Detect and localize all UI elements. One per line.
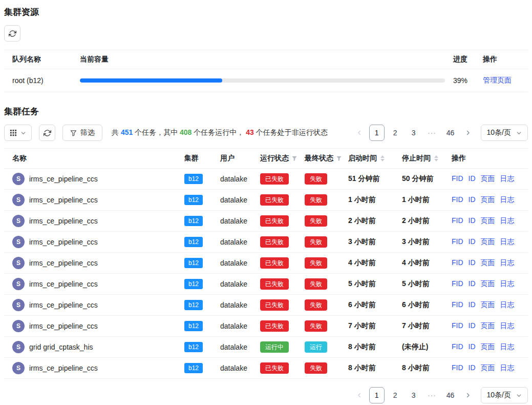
- row-actions: FIDID页面日志: [452, 195, 524, 205]
- action-link-id[interactable]: ID: [469, 174, 476, 184]
- manage-page-link[interactable]: 管理页面: [483, 76, 512, 84]
- tasks-refresh-button[interactable]: [39, 125, 55, 141]
- pagination-page-2[interactable]: 2: [388, 387, 403, 403]
- sort-icon[interactable]: [379, 154, 386, 163]
- action-link-page[interactable]: 页面: [481, 195, 495, 205]
- pagination-ellipsis[interactable]: ···: [424, 125, 440, 141]
- column-header[interactable]: 运行状态: [256, 149, 301, 169]
- row-actions: FIDID页面日志: [452, 237, 524, 247]
- action-link-page[interactable]: 页面: [481, 258, 495, 268]
- row-actions: FIDID页面日志: [452, 363, 524, 373]
- pagination-page-1[interactable]: 1: [369, 125, 385, 141]
- task-user: datalake: [216, 253, 256, 274]
- action-link-log[interactable]: 日志: [500, 342, 515, 352]
- action-link-page[interactable]: 页面: [481, 363, 495, 373]
- action-link-log[interactable]: 日志: [500, 258, 515, 268]
- task-user: datalake: [216, 274, 256, 295]
- action-link-fid[interactable]: FID: [452, 342, 463, 352]
- action-link-page[interactable]: 页面: [481, 237, 495, 247]
- cluster-resources-title: 集群资源: [4, 6, 528, 18]
- bottom-bar: 123···4610条/页: [4, 387, 528, 403]
- action-link-page[interactable]: 页面: [481, 279, 495, 289]
- action-link-fid[interactable]: FID: [452, 237, 463, 247]
- task-name: irms_ce_pipeline_ccs: [29, 280, 98, 288]
- action-link-fid[interactable]: FID: [452, 363, 463, 373]
- pagination-ellipsis[interactable]: ···: [424, 387, 440, 403]
- cluster-badge: b12: [184, 300, 203, 310]
- action-link-id[interactable]: ID: [469, 258, 476, 268]
- action-link-id[interactable]: ID: [469, 300, 476, 310]
- pagination-next[interactable]: [461, 387, 475, 403]
- run-status-badge: 已失败: [260, 173, 289, 185]
- row-actions: FIDID页面日志: [452, 216, 524, 226]
- action-link-log[interactable]: 日志: [500, 237, 515, 247]
- action-link-page[interactable]: 页面: [481, 216, 495, 226]
- pagination-page-46[interactable]: 46: [443, 125, 458, 141]
- action-link-fid[interactable]: FID: [452, 195, 463, 205]
- action-link-page[interactable]: 页面: [481, 300, 495, 310]
- pagination-prev[interactable]: [353, 125, 366, 141]
- action-link-log[interactable]: 日志: [500, 321, 515, 331]
- run-status-badge: 已失败: [260, 236, 289, 248]
- avatar: S: [12, 173, 25, 185]
- action-link-log[interactable]: 日志: [500, 279, 515, 289]
- task-count: 408: [180, 128, 191, 136]
- action-link-id[interactable]: ID: [469, 363, 476, 373]
- pagination-page-46[interactable]: 46: [443, 387, 458, 403]
- table-row: Sirms_ce_pipeline_ccsb12datalake已失败失败5 小…: [4, 274, 528, 295]
- task-name: grid grid_cptask_his: [29, 343, 93, 351]
- action-link-fid[interactable]: FID: [452, 321, 463, 331]
- page-size-select[interactable]: 10条/页: [481, 387, 528, 403]
- stop-time: 3 小时前: [398, 232, 448, 253]
- pagination-next[interactable]: [461, 125, 475, 141]
- column-label: 最终状态: [305, 154, 333, 163]
- action-link-fid[interactable]: FID: [452, 258, 463, 268]
- action-link-id[interactable]: ID: [469, 216, 476, 226]
- action-link-log[interactable]: 日志: [500, 216, 515, 226]
- resources-refresh-button[interactable]: [4, 25, 20, 42]
- action-link-id[interactable]: ID: [469, 279, 476, 289]
- pagination-page-3[interactable]: 3: [406, 387, 421, 403]
- stop-time: 7 小时前: [398, 316, 448, 337]
- action-link-id[interactable]: ID: [469, 195, 476, 205]
- column-header: 用户: [216, 149, 256, 169]
- pagination-page-2[interactable]: 2: [388, 125, 403, 141]
- action-link-log[interactable]: 日志: [500, 195, 515, 205]
- row-actions: FIDID页面日志: [452, 258, 524, 268]
- action-link-fid[interactable]: FID: [452, 279, 463, 289]
- filter-icon[interactable]: [291, 155, 297, 161]
- column-header[interactable]: 启动时间: [344, 149, 398, 169]
- pagination-page-3[interactable]: 3: [406, 125, 421, 141]
- avatar: S: [12, 278, 25, 290]
- avatar: S: [12, 341, 25, 353]
- column-header[interactable]: 停止时间: [398, 149, 448, 169]
- action-link-fid[interactable]: FID: [452, 216, 463, 226]
- action-link-page[interactable]: 页面: [481, 321, 495, 331]
- action-link-fid[interactable]: FID: [452, 174, 463, 184]
- tasks-header-row: 名称集群用户运行状态最终状态启动时间停止时间操作: [4, 149, 528, 169]
- toolbar-left: 筛选 共 451 个任务，其中 408 个任务运行中， 43 个任务处于非运行状…: [4, 125, 328, 141]
- action-link-log[interactable]: 日志: [500, 174, 515, 184]
- filter-button[interactable]: 筛选: [62, 125, 102, 141]
- action-link-id[interactable]: ID: [469, 342, 476, 352]
- pagination-prev[interactable]: [353, 387, 366, 403]
- page-size-select[interactable]: 10条/页: [481, 125, 528, 141]
- action-link-fid[interactable]: FID: [452, 300, 463, 310]
- filter-icon[interactable]: [336, 155, 342, 161]
- column-settings-button[interactable]: [4, 125, 32, 141]
- column-label: 运行状态: [260, 154, 289, 163]
- sort-icon[interactable]: [433, 154, 439, 163]
- final-status-badge: 失败: [305, 320, 327, 332]
- column-header[interactable]: 最终状态: [301, 149, 344, 169]
- column-header: 名称: [4, 149, 180, 169]
- action-link-log[interactable]: 日志: [500, 300, 515, 310]
- start-time: 8 小时前: [344, 337, 398, 358]
- action-link-id[interactable]: ID: [469, 321, 476, 331]
- action-link-log[interactable]: 日志: [500, 363, 515, 373]
- action-link-id[interactable]: ID: [469, 237, 476, 247]
- pagination-page-1[interactable]: 1: [369, 387, 385, 403]
- cluster-badge: b12: [184, 321, 203, 331]
- action-link-page[interactable]: 页面: [481, 174, 495, 184]
- cluster-resources-table: 队列名称 当前容量 进度 操作 root (b12) 39% 管理页面: [4, 50, 528, 92]
- action-link-page[interactable]: 页面: [481, 342, 495, 352]
